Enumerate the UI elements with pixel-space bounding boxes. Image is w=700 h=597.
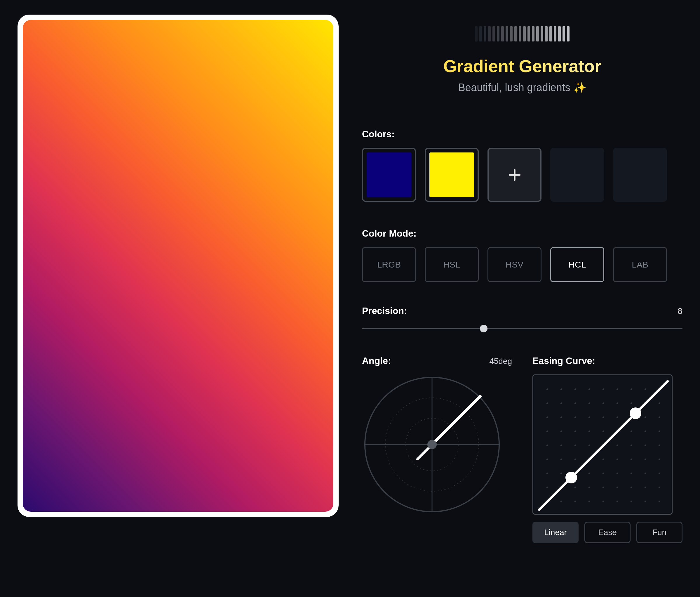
colors-section: Colors: <box>362 129 682 228</box>
spectrum-bar <box>501 26 504 42</box>
svg-point-74 <box>645 431 646 432</box>
color-swatch-0[interactable] <box>362 148 416 202</box>
colors-label: Colors: <box>362 129 682 140</box>
svg-point-52 <box>602 501 604 502</box>
spectrum-bar <box>536 26 539 42</box>
spectrum-bar <box>523 26 526 42</box>
color-mode-option-hcl[interactable]: HCL <box>550 247 604 282</box>
svg-point-63 <box>630 403 632 404</box>
svg-point-34 <box>574 501 576 502</box>
spectrum-bar <box>488 26 491 42</box>
svg-point-19 <box>560 416 562 418</box>
svg-point-33 <box>574 486 576 488</box>
svg-point-69 <box>630 486 632 488</box>
svg-point-18 <box>560 403 562 404</box>
spectrum-bar <box>514 26 517 42</box>
svg-point-39 <box>589 445 590 446</box>
svg-point-78 <box>645 486 646 488</box>
easing-preset-fun[interactable]: Fun <box>636 522 682 543</box>
gradient-preview-frame <box>18 15 339 517</box>
spectrum-bar <box>519 26 521 42</box>
svg-point-59 <box>617 473 618 474</box>
spectrum-bar <box>493 26 495 42</box>
angle-dial[interactable] <box>362 375 502 515</box>
svg-point-88 <box>658 501 660 502</box>
svg-point-61 <box>617 501 618 502</box>
app-title: Gradient Generator <box>362 56 682 76</box>
svg-point-41 <box>589 473 590 474</box>
svg-point-85 <box>658 458 660 460</box>
easing-preset-linear[interactable]: Linear <box>532 522 579 543</box>
svg-point-38 <box>589 431 590 432</box>
svg-point-49 <box>602 458 604 460</box>
angle-value: 45deg <box>489 357 512 366</box>
spectrum-bar <box>475 26 478 42</box>
svg-point-71 <box>645 388 646 390</box>
add-color-button[interactable] <box>488 148 542 202</box>
svg-point-50 <box>602 473 604 474</box>
svg-point-53 <box>617 388 618 390</box>
svg-point-83 <box>658 431 660 432</box>
svg-point-26 <box>574 388 576 390</box>
svg-point-58 <box>617 458 618 460</box>
color-mode-option-lrgb[interactable]: LRGB <box>362 247 416 282</box>
color-swatch-fill <box>367 152 411 197</box>
easing-preset-ease[interactable]: Ease <box>584 522 630 543</box>
svg-point-43 <box>589 501 590 502</box>
spectrum-bar <box>532 26 534 42</box>
precision-value: 8 <box>677 306 682 316</box>
color-mode-option-hsv[interactable]: HSV <box>488 247 542 282</box>
easing-curve-editor[interactable] <box>532 375 673 515</box>
easing-handle-p1[interactable] <box>566 472 577 483</box>
easing-curve-line <box>539 381 668 510</box>
svg-point-10 <box>547 416 548 418</box>
svg-point-87 <box>658 486 660 488</box>
svg-point-35 <box>589 388 590 390</box>
spectrum-bar <box>506 26 508 42</box>
svg-point-70 <box>630 501 632 502</box>
svg-point-86 <box>658 473 660 474</box>
svg-point-8 <box>547 388 548 390</box>
plus-icon <box>507 167 522 183</box>
svg-point-46 <box>602 416 604 418</box>
svg-point-60 <box>617 486 618 488</box>
spectrum-bar <box>549 26 552 42</box>
svg-point-67 <box>630 458 632 460</box>
spectrum-bar <box>567 26 570 42</box>
svg-point-22 <box>560 458 562 460</box>
angle-label: Angle: <box>362 355 391 366</box>
svg-point-65 <box>630 431 632 432</box>
svg-point-25 <box>560 501 562 502</box>
svg-point-28 <box>574 416 576 418</box>
spectrum-bar <box>558 26 561 42</box>
precision-section: Precision: 8 <box>362 306 682 329</box>
svg-point-14 <box>547 473 548 474</box>
app-subtitle: Beautiful, lush gradients ✨ <box>362 81 682 94</box>
color-mode-option-lab[interactable]: LAB <box>613 247 667 282</box>
svg-point-42 <box>589 486 590 488</box>
svg-point-11 <box>547 431 548 432</box>
spectrum-bar <box>541 26 543 42</box>
spectrum-bar <box>497 26 499 42</box>
header: Gradient Generator Beautiful, lush gradi… <box>362 26 682 94</box>
precision-slider-thumb[interactable] <box>480 325 488 332</box>
spectrum-bar <box>484 26 486 42</box>
color-swatch-1[interactable] <box>425 148 479 202</box>
color-mode-section: Color Mode: LRGBHSLHSVHCLLAB <box>362 228 682 306</box>
color-mode-option-hsl[interactable]: HSL <box>425 247 479 282</box>
precision-slider[interactable] <box>362 328 682 329</box>
svg-point-12 <box>547 445 548 446</box>
svg-point-13 <box>547 458 548 460</box>
svg-point-79 <box>645 501 646 502</box>
spectrum-bar <box>527 26 530 42</box>
controls-panel: Gradient Generator Beautiful, lush gradi… <box>362 15 682 543</box>
svg-point-55 <box>617 416 618 418</box>
svg-point-77 <box>645 473 646 474</box>
spectrum-bar <box>554 26 556 42</box>
svg-point-29 <box>574 431 576 432</box>
svg-line-5 <box>432 396 480 445</box>
svg-point-44 <box>602 388 604 390</box>
svg-point-82 <box>658 416 660 418</box>
svg-point-81 <box>658 403 660 404</box>
easing-handle-p2[interactable] <box>630 407 641 419</box>
